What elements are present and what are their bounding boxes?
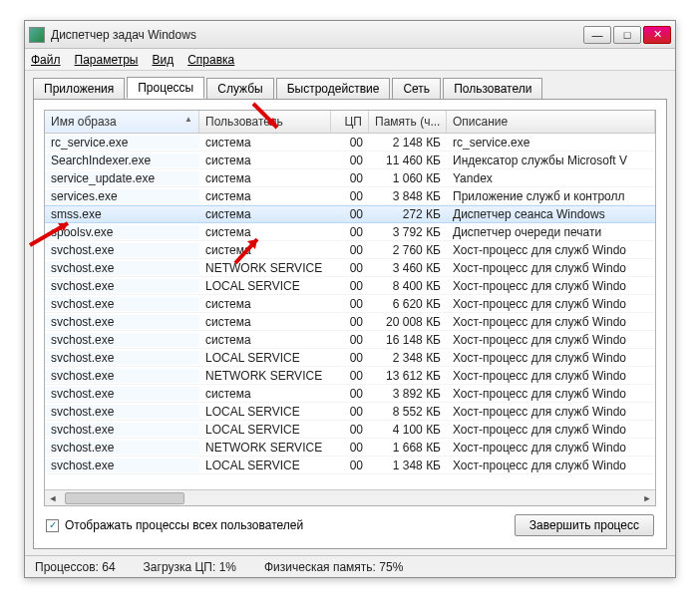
cell-desc: Хост-процесс для служб Windo	[447, 279, 655, 293]
cell-mem: 2 760 КБ	[369, 243, 447, 257]
checkbox-icon: ✓	[46, 519, 59, 532]
cell-desc: Хост-процесс для служб Windo	[447, 387, 655, 401]
col-user[interactable]: Пользователь	[199, 111, 331, 133]
table-row[interactable]: svchost.exeсистема0016 148 КБХост-процес…	[45, 331, 655, 349]
cell-image: svchost.exe	[45, 297, 199, 311]
cell-user: система	[199, 315, 331, 329]
scroll-right-icon[interactable]: ►	[639, 493, 655, 503]
cell-mem: 2 348 КБ	[369, 351, 447, 365]
table-row[interactable]: spoolsv.exeсистема003 792 КБДиспетчер оч…	[45, 223, 655, 241]
cell-desc: Хост-процесс для служб Windo	[447, 261, 655, 275]
minimize-button[interactable]: —	[583, 26, 611, 44]
table-row[interactable]: svchost.exeсистема0020 008 КБХост-процес…	[45, 313, 655, 331]
col-memory[interactable]: Память (ч...	[369, 111, 447, 133]
table-row[interactable]: svchost.exeNETWORK SERVICE0013 612 КБХос…	[45, 367, 655, 385]
tab-performance[interactable]: Быстродействие	[276, 78, 391, 100]
cell-cpu: 00	[331, 261, 369, 275]
table-row[interactable]: svchost.exeLOCAL SERVICE001 348 КБХост-п…	[45, 457, 655, 474]
cell-image: SearchIndexer.exe	[45, 154, 199, 167]
cell-cpu: 00	[331, 171, 369, 185]
end-process-button[interactable]: Завершить процесс	[515, 514, 654, 536]
cell-image: services.exe	[45, 189, 199, 203]
cell-image: svchost.exe	[45, 279, 199, 293]
cell-image: svchost.exe	[45, 459, 199, 472]
cell-cpu: 00	[331, 154, 369, 167]
tab-processes[interactable]: Процессы	[127, 77, 204, 99]
cell-mem: 1 668 КБ	[369, 441, 447, 455]
table-row[interactable]: svchost.exeсистема002 760 КБХост-процесс…	[45, 241, 655, 259]
col-image-name[interactable]: Имя образа▲	[45, 111, 199, 133]
cell-desc: Yandex	[447, 171, 655, 185]
cell-cpu: 00	[331, 136, 369, 150]
cell-image: svchost.exe	[45, 423, 199, 437]
cell-image: svchost.exe	[45, 441, 199, 455]
cell-image: service_update.exe	[45, 171, 199, 185]
cell-cpu: 00	[331, 459, 369, 472]
cell-mem: 4 100 КБ	[369, 423, 447, 437]
scroll-left-icon[interactable]: ◄	[45, 493, 61, 503]
cell-user: NETWORK SERVICE	[199, 369, 331, 383]
cell-desc: Хост-процесс для служб Windo	[447, 315, 655, 329]
col-cpu[interactable]: ЦП	[331, 111, 369, 133]
table-row[interactable]: SearchIndexer.exeсистема0011 460 КБИндек…	[45, 152, 655, 169]
cell-desc: Хост-процесс для служб Windo	[447, 423, 655, 437]
bottom-controls: ✓ Отображать процессы всех пользователей…	[44, 506, 656, 538]
cell-cpu: 00	[331, 315, 369, 329]
cell-cpu: 00	[331, 405, 369, 419]
close-button[interactable]: ✕	[643, 26, 671, 44]
checkbox-label: Отображать процессы всех пользователей	[65, 518, 303, 532]
menubar: Файл Параметры Вид Справка	[25, 49, 675, 71]
cell-user: NETWORK SERVICE	[199, 441, 331, 455]
cell-cpu: 00	[331, 207, 369, 221]
menu-view[interactable]: Вид	[152, 53, 174, 67]
tab-applications[interactable]: Приложения	[33, 78, 125, 100]
table-row[interactable]: svchost.exeсистема003 892 КБХост-процесс…	[45, 385, 655, 403]
cell-image: svchost.exe	[45, 351, 199, 365]
tab-services[interactable]: Службы	[206, 78, 273, 100]
cell-user: система	[199, 189, 331, 203]
table-row[interactable]: svchost.exeLOCAL SERVICE002 348 КБХост-п…	[45, 349, 655, 367]
cell-image: svchost.exe	[45, 315, 199, 329]
cell-desc: Хост-процесс для служб Windo	[447, 297, 655, 311]
table-row[interactable]: services.exeсистема003 848 КБПриложение …	[45, 187, 655, 205]
cell-user: LOCAL SERVICE	[199, 351, 331, 365]
tab-content: Имя образа▲ Пользователь ЦП Память (ч...…	[33, 99, 667, 549]
cell-user: система	[199, 154, 331, 167]
show-all-users-checkbox[interactable]: ✓ Отображать процессы всех пользователей	[46, 518, 303, 532]
horizontal-scrollbar[interactable]: ◄ ►	[45, 489, 655, 505]
table-row[interactable]: svchost.exeNETWORK SERVICE001 668 КБХост…	[45, 439, 655, 457]
menu-options[interactable]: Параметры	[75, 53, 139, 67]
process-rows[interactable]: rc_service.exeсистема002 148 КБrc_servic…	[45, 134, 655, 489]
table-row[interactable]: rc_service.exeсистема002 148 КБrc_servic…	[45, 134, 655, 152]
cell-user: система	[199, 225, 331, 239]
col-description[interactable]: Описание	[447, 111, 655, 133]
table-row[interactable]: service_update.exeсистема001 060 КБYande…	[45, 169, 655, 187]
cell-user: система	[199, 136, 331, 150]
cell-mem: 6 620 КБ	[369, 297, 447, 311]
cell-image: svchost.exe	[45, 333, 199, 347]
window-title: Диспетчер задач Windows	[51, 28, 581, 42]
maximize-button[interactable]: □	[613, 26, 641, 44]
cell-user: система	[199, 333, 331, 347]
table-row[interactable]: svchost.exeLOCAL SERVICE008 400 КБХост-п…	[45, 277, 655, 295]
table-row[interactable]: smss.exeсистема00272 КБДиспетчер сеанса …	[45, 205, 655, 223]
cell-image: svchost.exe	[45, 243, 199, 257]
table-row[interactable]: svchost.exeLOCAL SERVICE004 100 КБХост-п…	[45, 421, 655, 439]
cell-desc: Хост-процесс для служб Windo	[447, 369, 655, 383]
tab-users[interactable]: Пользователи	[443, 78, 542, 100]
scroll-thumb[interactable]	[65, 492, 184, 504]
titlebar[interactable]: Диспетчер задач Windows — □ ✕	[25, 21, 675, 49]
cell-mem: 2 148 КБ	[369, 136, 447, 150]
cell-cpu: 00	[331, 279, 369, 293]
cell-cpu: 00	[331, 225, 369, 239]
cell-mem: 20 008 КБ	[369, 315, 447, 329]
table-row[interactable]: svchost.exeNETWORK SERVICE003 460 КБХост…	[45, 259, 655, 277]
menu-help[interactable]: Справка	[187, 53, 234, 67]
cell-cpu: 00	[331, 387, 369, 401]
table-row[interactable]: svchost.exeсистема006 620 КБХост-процесс…	[45, 295, 655, 313]
cell-image: rc_service.exe	[45, 136, 199, 150]
table-row[interactable]: svchost.exeLOCAL SERVICE008 552 КБХост-п…	[45, 403, 655, 421]
tab-network[interactable]: Сеть	[392, 78, 441, 100]
menu-file[interactable]: Файл	[31, 53, 61, 67]
cell-mem: 8 400 КБ	[369, 279, 447, 293]
